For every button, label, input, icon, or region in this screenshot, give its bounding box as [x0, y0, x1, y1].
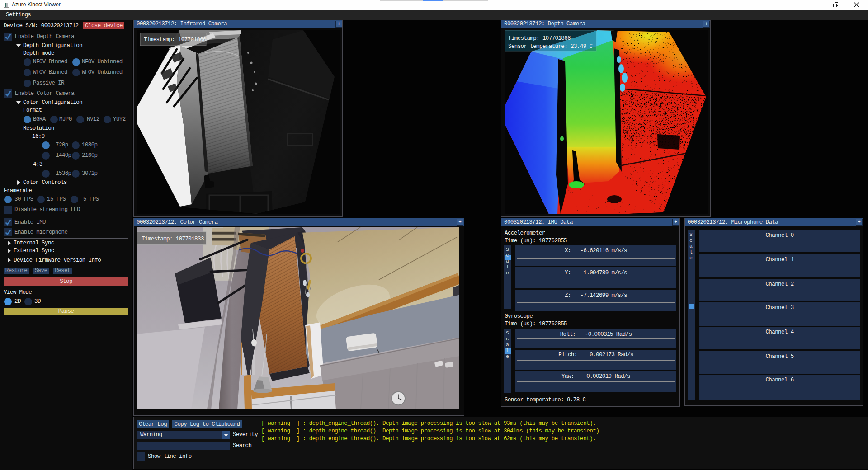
svg-text:Timestamp: 107701866: Timestamp: 107701866 — [508, 35, 571, 42]
svg-text:Sensor temperature: 23.49 C: Sensor temperature: 23.49 C — [508, 43, 592, 50]
svg-text:Timestamp: 107701833: Timestamp: 107701833 — [142, 236, 204, 243]
svg-text:Timestamp: 107701866: Timestamp: 107701866 — [144, 37, 206, 43]
